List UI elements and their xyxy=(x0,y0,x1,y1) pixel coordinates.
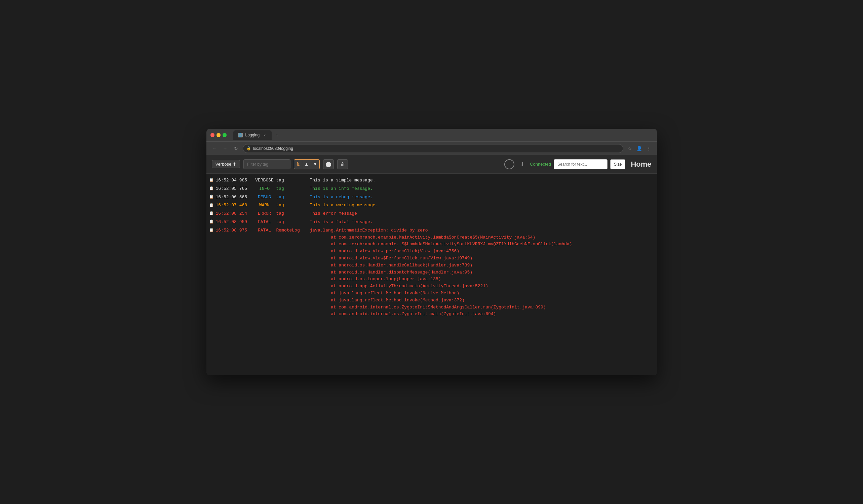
copy-icon[interactable]: 📋 xyxy=(209,220,214,224)
log-row: 📋16:52:05.765INFOtagThis is an info mess… xyxy=(207,185,657,193)
log-message: This is an info message. xyxy=(310,185,654,193)
url-bar[interactable]: 🔒 localhost:8080/logging xyxy=(243,144,623,153)
log-row: 📋16:52:04.985VERBOSEtagThis is a simple … xyxy=(207,177,657,185)
sort-down-button[interactable]: ▼ xyxy=(311,159,320,169)
close-window-button[interactable] xyxy=(211,133,214,137)
log-level: FATAL xyxy=(253,227,276,234)
log-tag: tag xyxy=(276,194,310,201)
title-bar: 🌐 Logging × + xyxy=(207,129,657,141)
copy-icon[interactable]: 📋 xyxy=(209,186,214,191)
log-tag: RemoteLog xyxy=(276,227,310,234)
trash-icon: 🗑 xyxy=(340,161,345,167)
log-level: DEBUG xyxy=(253,194,276,201)
download-button[interactable]: ⬇ xyxy=(517,159,527,169)
nav-forward-button[interactable]: → xyxy=(221,144,229,153)
connection-area: ⬇ Connected Size Home xyxy=(504,159,651,169)
search-text-input[interactable] xyxy=(554,159,608,169)
tab-close-button[interactable]: × xyxy=(262,133,267,138)
maximize-window-button[interactable] xyxy=(223,133,227,137)
log-area: 📋16:52:04.985VERBOSEtagThis is a simple … xyxy=(207,174,657,375)
log-time: 16:52:06.565 xyxy=(216,194,253,201)
log-row: 📋16:52:06.565DEBUGtagThis is a debug mes… xyxy=(207,193,657,202)
nav-actions: ☆ 👤 ⋮ xyxy=(626,144,653,153)
log-level: ERROR xyxy=(253,210,276,217)
log-time: 16:52:05.765 xyxy=(216,185,253,193)
log-time: 16:52:07.468 xyxy=(216,202,253,209)
log-tag: tag xyxy=(276,202,310,209)
log-time: 16:52:08.975 xyxy=(216,227,253,234)
bookmark-star-button[interactable]: ☆ xyxy=(626,144,634,153)
browser-window: 🌐 Logging × + ← → ↻ 🔒 localhost:8080/log… xyxy=(207,129,657,375)
sort-up-button[interactable]: ▲ xyxy=(302,159,311,169)
log-tag: tag xyxy=(276,210,310,217)
traffic-lights xyxy=(211,133,227,137)
copy-icon[interactable]: 📋 xyxy=(209,203,214,208)
log-level: WARN xyxy=(253,202,276,209)
url-text: localhost:8080/logging xyxy=(253,146,293,151)
log-time: 16:52:04.985 xyxy=(216,177,253,184)
log-message: This is a fatal message. xyxy=(310,219,654,226)
log-tag: tag xyxy=(276,177,310,184)
log-level: VERBOSE xyxy=(253,177,276,184)
log-level: INFO xyxy=(253,185,276,193)
log-message: This is a warning message. xyxy=(310,202,654,209)
toolbar: Verbose ⬆ ⇅ ▲ ▼ ⬤ 🗑 ⬇ Connected Size Hom… xyxy=(207,155,657,174)
menu-button[interactable]: ⋮ xyxy=(645,144,653,153)
filter-tag-input[interactable] xyxy=(243,159,290,169)
log-message: java.lang.ArithmeticException: divide by… xyxy=(310,227,654,318)
connect-circle-button[interactable] xyxy=(504,159,514,169)
nav-back-button[interactable]: ← xyxy=(211,144,218,153)
tab-label: Logging xyxy=(246,133,260,138)
tab-logging[interactable]: 🌐 Logging × xyxy=(233,130,272,140)
copy-icon[interactable]: 📋 xyxy=(209,195,214,199)
log-level: FATAL xyxy=(253,219,276,226)
lock-icon: 🔒 xyxy=(247,146,251,151)
log-time: 16:52:08.254 xyxy=(216,210,253,217)
verbose-arrow-icon: ⬆ xyxy=(233,161,236,167)
log-row: 📋16:52:07.468WARNtagThis is a warning me… xyxy=(207,201,657,210)
log-time: 16:52:08.959 xyxy=(216,219,253,226)
new-tab-button[interactable]: + xyxy=(273,131,281,139)
copy-icon[interactable]: 📋 xyxy=(209,228,214,233)
minimize-window-button[interactable] xyxy=(216,133,221,137)
log-message: This is a simple message. xyxy=(310,177,654,184)
verbose-level-button[interactable]: Verbose ⬆ xyxy=(212,160,240,168)
log-row: 📋16:52:08.254ERRORtagThis error message xyxy=(207,210,657,218)
nav-bar: ← → ↻ 🔒 localhost:8080/logging ☆ 👤 ⋮ xyxy=(207,141,657,155)
sort-toggle-button[interactable]: ⇅ xyxy=(294,159,302,169)
log-row: 📋16:52:08.959FATALtagThis is a fatal mes… xyxy=(207,218,657,227)
sort-button-group: ⇅ ▲ ▼ xyxy=(294,159,320,169)
bubble-button[interactable]: ⬤ xyxy=(323,159,334,169)
verbose-label: Verbose xyxy=(215,161,232,167)
log-row: 📋16:52:08.975FATALRemoteLogjava.lang.Ari… xyxy=(207,227,657,319)
log-tag: tag xyxy=(276,185,310,193)
tab-bar: 🌐 Logging × + xyxy=(233,130,653,140)
nav-refresh-button[interactable]: ↻ xyxy=(232,144,240,153)
size-button[interactable]: Size xyxy=(610,159,625,169)
trash-button[interactable]: 🗑 xyxy=(337,159,348,169)
tab-favicon: 🌐 xyxy=(238,133,243,138)
log-message: This error message xyxy=(310,210,654,217)
connected-status: Connected xyxy=(530,161,551,167)
bubble-icon: ⬤ xyxy=(325,161,332,167)
copy-icon[interactable]: 📋 xyxy=(209,211,214,216)
log-message: This is a debug message. xyxy=(310,194,654,201)
log-tag: tag xyxy=(276,219,310,226)
profile-button[interactable]: 👤 xyxy=(635,144,643,153)
home-label: Home xyxy=(631,160,651,169)
copy-icon[interactable]: 📋 xyxy=(209,178,214,183)
